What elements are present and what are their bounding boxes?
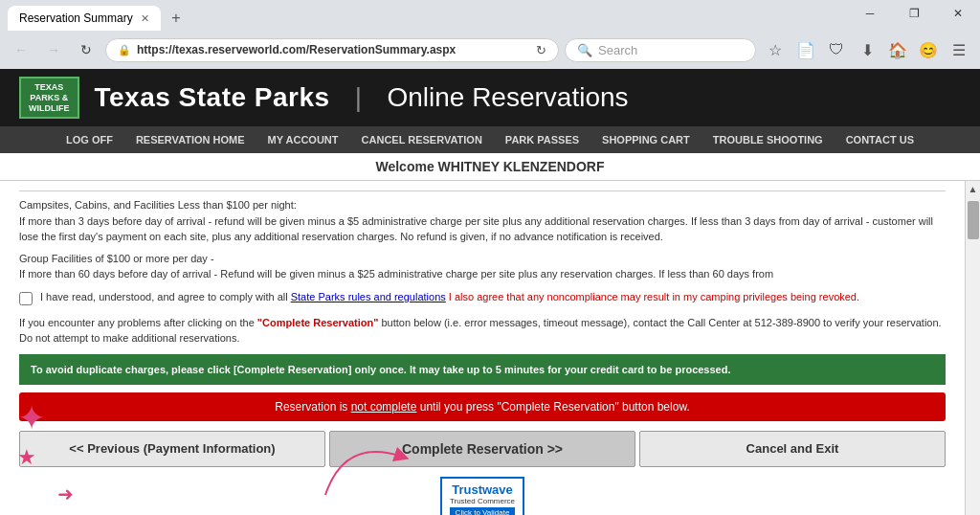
policy-section1-title: Campsites, Cabins, and Facilities Less t… [19,199,297,211]
url-display: https://texas.reserveworld.com/Reservati… [137,43,530,56]
browser-toolbar: ☆ 📄 🛡 ⬇ 🏠 😊 ☰ [762,36,972,63]
site-logo: TEXAS PARKS & WILDLIFE [19,77,79,119]
website: TEXAS PARKS & WILDLIFE Texas State Parks… [0,69,980,515]
scroll-up-button[interactable]: ▲ [966,181,980,197]
agree-text: I have read, understood, and agree to co… [40,290,859,304]
trustwave-badge[interactable]: Trustwave Trusted Commerce Click to Vali… [440,477,524,515]
trustwave-validate: Click to Validate [450,507,515,515]
annotation-arrow: ➜ [57,482,74,505]
policy-section2-title: Group Facilities of $100 or more per day… [19,253,214,264]
policy-section2-body: If more than 60 days before day of arriv… [19,268,773,280]
cancel-exit-button[interactable]: Cancel and Exit [639,431,946,467]
back-button[interactable]: ← [8,36,34,63]
restore-button[interactable]: ❐ [892,0,936,27]
site-subtitle: Online Reservations [387,82,628,113]
search-icon: 🔍 [577,43,592,57]
title-separator: | [355,82,363,113]
scroll-thumb[interactable] [968,201,979,239]
policy-text: Campsites, Cabins, and Facilities Less t… [19,190,946,282]
menu-icon[interactable]: ☰ [946,36,972,63]
window-controls: ─ ❐ ✕ [848,0,980,27]
green-notice: To avoid duplicate charges, please click… [19,354,946,386]
not-complete-text: not complete [351,400,417,414]
reader-icon[interactable]: 📄 [792,36,819,63]
reload-button[interactable]: ↻ [73,36,100,63]
download-icon[interactable]: ⬇ [854,36,880,63]
tab-title: Reservation Summary [19,11,133,25]
browser-nav-bar: ← → ↻ 🔒 https://texas.reserveworld.com/R… [0,31,980,69]
rules-link[interactable]: State Parks rules and regulations [291,291,446,302]
address-bar[interactable]: 🔒 https://texas.reserveworld.com/Reserva… [105,38,559,62]
nav-logoff[interactable]: LOG OFF [66,134,113,146]
agree-row: I have read, understood, and agree to co… [19,290,946,305]
agree-checkbox[interactable] [19,292,33,305]
welcome-bar: Welcome WHITNEY KLENZENDORF [0,153,980,181]
previous-button[interactable]: << Previous (Payment Information) [19,431,325,467]
scrollbar[interactable]: ▲ ▼ [965,181,980,515]
complete-reservation-button[interactable]: Complete Reservation >> [329,431,635,467]
trustwave-logo: Trustwave [450,482,515,497]
bookmark-icon[interactable]: ☆ [762,36,789,63]
title-bar: Reservation Summary ✕ + ─ ❐ ✕ [0,0,980,31]
nav-reservation-home[interactable]: RESERVATION HOME [136,134,245,146]
tab-close-button[interactable]: ✕ [141,12,149,25]
minimize-button[interactable]: ─ [848,0,892,27]
user-icon[interactable]: 😊 [915,36,942,63]
forward-button[interactable]: → [40,36,67,63]
agree-before: I have read, understood, and agree to co… [40,291,291,302]
content-area: Campsites, Cabins, and Facilities Less t… [0,181,980,515]
action-buttons: << Previous (Payment Information) Comple… [19,431,946,467]
welcome-text: Welcome WHITNEY KLENZENDORF [375,159,604,174]
nav-menu: LOG OFF RESERVATION HOME MY ACCOUNT CANC… [0,126,980,153]
search-bar[interactable]: 🔍 Search [565,38,756,62]
nav-contact-us[interactable]: CONTACT US [846,134,914,146]
green-notice-text: To avoid duplicate charges, please click… [31,364,731,375]
trustwave-sub: Trusted Commerce [450,497,515,505]
nav-park-passes[interactable]: PARK PASSES [505,134,579,146]
policy-section1-body: If more than 3 days before day of arriva… [19,215,933,243]
lock-icon: 🔒 [118,44,131,56]
nav-shopping-cart[interactable]: SHOPPING CART [602,134,690,146]
main-content: Campsites, Cabins, and Facilities Less t… [0,181,965,515]
nav-cancel-reservation[interactable]: CANCEL RESERVATION [362,134,482,146]
new-tab-button[interactable]: + [165,7,188,30]
close-button[interactable]: ✕ [936,0,980,27]
search-placeholder: Search [598,43,637,57]
browser-chrome: Reservation Summary ✕ + ─ ❐ ✕ ← → ↻ 🔒 ht… [0,0,980,69]
pocket-icon[interactable]: 🛡 [823,36,850,63]
agree-after: I also agree that any noncompliance may … [446,291,859,302]
warning-text: If you encounter any problems after clic… [19,315,946,347]
nav-my-account[interactable]: MY ACCOUNT [268,134,339,146]
red-notice: Reservation is not complete until you pr… [19,392,946,421]
site-header: TEXAS PARKS & WILDLIFE Texas State Parks… [0,69,980,126]
address-reload-icon[interactable]: ↻ [536,43,546,57]
nav-trouble-shooting[interactable]: TROUBLE SHOOTING [713,134,823,146]
site-title: Texas State Parks [95,82,330,113]
home-icon[interactable]: 🏠 [884,36,911,63]
trustwave-section: Trustwave Trusted Commerce Click to Vali… [19,477,946,515]
browser-tab[interactable]: Reservation Summary ✕ [8,6,161,31]
